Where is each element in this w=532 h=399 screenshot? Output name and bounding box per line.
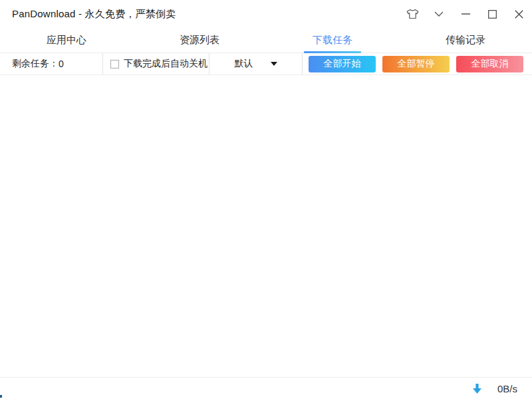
- shutdown-checkbox-label: 下载完成后自动关机: [124, 58, 207, 70]
- category-dropdown-value: 默认: [235, 58, 253, 70]
- tab-label: 应用中心: [47, 34, 86, 47]
- maximize-button[interactable]: [479, 0, 505, 28]
- dropdown-arrow-icon: [271, 62, 277, 66]
- tabbar: 应用中心 资源列表 下载任务 传输记录: [0, 28, 532, 53]
- tab-transfer-records[interactable]: 传输记录: [399, 28, 532, 53]
- titlebar: PanDownload - 永久免费，严禁倒卖: [0, 0, 532, 28]
- statusbar: 0B/s: [0, 377, 532, 399]
- tab-label: 下载任务: [313, 34, 352, 47]
- download-arrow-icon: [473, 384, 481, 394]
- app-window: PanDownload - 永久免费，严禁倒卖: [0, 0, 532, 399]
- remaining-tasks: 剩余任务： 0: [0, 53, 103, 74]
- download-speed: 0B/s: [497, 383, 517, 394]
- tab-download-tasks[interactable]: 下载任务: [266, 28, 399, 53]
- tab-resource-list[interactable]: 资源列表: [133, 28, 266, 53]
- pause-all-button[interactable]: 全部暂停: [382, 56, 450, 72]
- task-list-area: [0, 75, 532, 377]
- remaining-tasks-label: 剩余任务：: [12, 58, 59, 70]
- minimize-button[interactable]: [452, 0, 479, 28]
- window-title: PanDownload - 永久免费，严禁倒卖: [12, 8, 176, 21]
- tab-app-center[interactable]: 应用中心: [0, 28, 133, 53]
- close-button[interactable]: [505, 0, 532, 28]
- tab-label: 资源列表: [180, 34, 219, 47]
- toolbar: 剩余任务： 0 下载完成后自动关机 默认 全部开始 全部暂停 全部取消: [0, 53, 532, 75]
- skin-icon[interactable]: [399, 0, 426, 28]
- shutdown-checkbox[interactable]: [110, 60, 119, 68]
- active-tab-underline: [304, 51, 361, 53]
- toolbar-buttons: 全部开始 全部暂停 全部取消: [309, 53, 523, 74]
- remaining-tasks-count: 0: [59, 59, 64, 69]
- resize-grip-dot: [0, 395, 2, 398]
- cancel-all-button[interactable]: 全部取消: [456, 56, 523, 72]
- tab-label: 传输记录: [446, 34, 485, 47]
- chevron-down-icon[interactable]: [426, 0, 452, 28]
- start-all-button[interactable]: 全部开始: [309, 56, 376, 72]
- shutdown-checkbox-group[interactable]: 下载完成后自动关机: [103, 53, 209, 74]
- category-dropdown[interactable]: 默认: [209, 53, 303, 74]
- window-controls: [399, 0, 532, 28]
